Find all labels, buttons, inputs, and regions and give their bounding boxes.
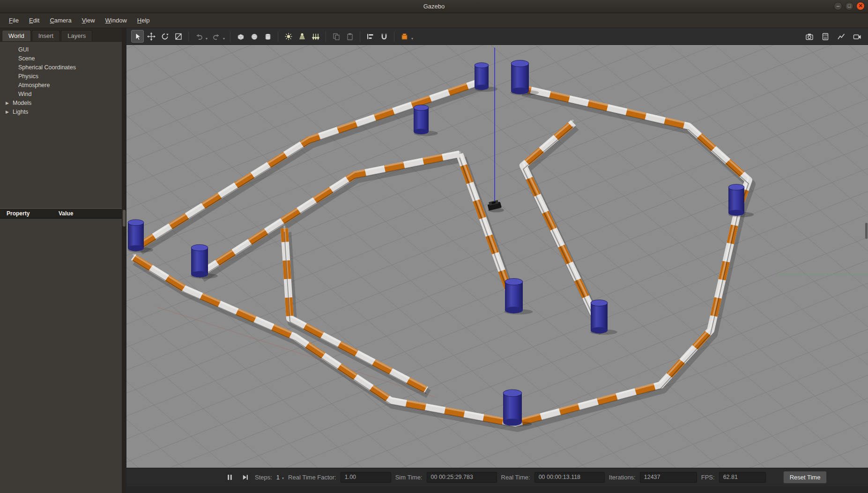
property-column-header: Property — [0, 210, 59, 217]
tab-layers[interactable]: Layers — [61, 30, 92, 41]
select-tool-button[interactable] — [131, 30, 144, 43]
tree-item-atmosphere[interactable]: Atmosphere — [0, 81, 122, 90]
spot-light-icon — [297, 32, 307, 41]
maximize-button[interactable]: □ — [845, 2, 853, 10]
menu-window[interactable]: Window — [100, 15, 132, 26]
menu-edit[interactable]: Edit — [24, 15, 45, 26]
value-column-header: Value — [59, 210, 73, 217]
undo-icon — [194, 32, 204, 41]
sim-time-field[interactable]: 00 00:25:29.783 — [427, 472, 497, 483]
tree-item-lights[interactable]: ▶Lights — [0, 108, 122, 117]
viewport-canvas[interactable] — [126, 45, 868, 468]
toolbar-separator — [394, 31, 394, 42]
sphere-icon — [250, 32, 259, 41]
plot-button[interactable] — [835, 30, 847, 43]
cursor-icon — [133, 32, 142, 41]
redo-button[interactable] — [210, 30, 223, 43]
toolbar-separator — [188, 31, 189, 42]
insert-box-button[interactable] — [234, 30, 247, 43]
panel-spacer — [0, 120, 122, 208]
rotate-icon — [160, 32, 170, 41]
window-title: Gazebo — [0, 3, 868, 10]
paste-icon — [345, 32, 355, 41]
simulation-status-bar: Steps: 1 ▾ Real Time Factor: 1.00 Sim Ti… — [126, 468, 868, 486]
tree-item-models[interactable]: ▶Models — [0, 99, 122, 108]
expand-arrow-icon[interactable]: ▶ — [6, 100, 13, 107]
copy-button[interactable] — [330, 30, 342, 43]
splitter-handle[interactable] — [123, 210, 126, 227]
viewport-scroll-handle[interactable] — [865, 223, 868, 239]
fps-field[interactable]: 62.81 — [719, 472, 766, 483]
sim-time-label: Sim Time: — [395, 474, 423, 481]
translate-tool-button[interactable] — [145, 30, 157, 43]
tree-item-spherical[interactable]: Spherical Coordinates — [0, 63, 122, 72]
redo-dropdown-caret[interactable]: ▾ — [223, 37, 225, 41]
scale-tool-button[interactable] — [172, 30, 185, 43]
steps-value[interactable]: 1 — [276, 474, 280, 481]
align-tool-button[interactable] — [364, 30, 377, 43]
toolbar-separator — [230, 31, 230, 42]
real-time-field[interactable]: 00 00:00:13.118 — [534, 472, 605, 483]
viewport-column: ▾ ▾ — [126, 28, 868, 493]
iterations-field[interactable]: 12437 — [640, 472, 697, 483]
copy-icon — [332, 32, 341, 41]
bottom-strip — [126, 486, 868, 493]
reset-time-button[interactable]: Reset Time — [783, 471, 827, 484]
directional-light-button[interactable] — [309, 30, 322, 43]
iterations-label: Iterations: — [609, 474, 636, 481]
rotate-tool-button[interactable] — [158, 30, 171, 43]
toolbar-separator — [360, 31, 360, 42]
redo-icon — [212, 32, 221, 41]
insert-cylinder-button[interactable] — [261, 30, 274, 43]
minimize-button[interactable]: – — [834, 2, 842, 10]
property-table-header: Property Value — [0, 208, 122, 219]
spot-light-button[interactable] — [296, 30, 308, 43]
tree-item-scene[interactable]: Scene — [0, 54, 122, 63]
model-editor-dropdown-caret[interactable]: ▾ — [411, 37, 413, 41]
menubar: File Edit Camera View Window Help — [0, 13, 868, 28]
translate-icon — [147, 32, 156, 41]
tab-world[interactable]: World — [2, 30, 31, 41]
screenshot-button[interactable] — [803, 30, 816, 43]
panel-splitter[interactable] — [122, 28, 126, 493]
snap-tool-button[interactable] — [378, 30, 390, 43]
3d-viewport[interactable] — [126, 45, 868, 468]
insert-sphere-button[interactable] — [248, 30, 260, 43]
tree-item-physics[interactable]: Physics — [0, 72, 122, 81]
log-icon: LOG — [821, 32, 830, 41]
undo-button[interactable] — [193, 30, 205, 43]
property-table-body — [0, 219, 122, 493]
menu-view[interactable]: View — [77, 15, 100, 26]
steps-dropdown-caret[interactable]: ▾ — [282, 476, 284, 480]
model-editor-button[interactable] — [398, 30, 411, 43]
toolbar-separator — [326, 31, 326, 42]
tree-item-gui[interactable]: GUI — [0, 45, 122, 54]
cylinder-icon — [263, 32, 273, 41]
menu-camera[interactable]: Camera — [45, 15, 76, 26]
scale-icon — [174, 32, 183, 41]
step-button[interactable] — [239, 472, 251, 483]
pause-icon — [226, 473, 234, 481]
window-controls: – □ ✕ — [834, 2, 865, 10]
toolbar-right-group: LOG — [803, 30, 863, 43]
log-recording-button[interactable]: LOG — [819, 30, 831, 43]
expand-arrow-icon[interactable]: ▶ — [6, 109, 13, 116]
camera-icon — [805, 32, 814, 41]
titlebar: Gazebo – □ ✕ — [0, 0, 868, 13]
tab-insert[interactable]: Insert — [32, 30, 60, 41]
point-light-icon — [284, 32, 293, 41]
close-button[interactable]: ✕ — [856, 2, 865, 10]
undo-dropdown-caret[interactable]: ▾ — [206, 37, 208, 41]
paste-button[interactable] — [343, 30, 356, 43]
step-icon — [241, 473, 249, 481]
align-icon — [366, 32, 375, 41]
toolbar-separator — [278, 31, 278, 42]
menu-file[interactable]: File — [4, 15, 24, 26]
real-time-factor-field[interactable]: 1.00 — [341, 472, 391, 483]
point-light-button[interactable] — [282, 30, 295, 43]
video-record-button[interactable] — [851, 30, 863, 43]
tree-item-wind[interactable]: Wind — [0, 90, 122, 99]
pause-button[interactable] — [224, 472, 235, 483]
directional-light-icon — [311, 32, 320, 41]
menu-help[interactable]: Help — [132, 15, 155, 26]
